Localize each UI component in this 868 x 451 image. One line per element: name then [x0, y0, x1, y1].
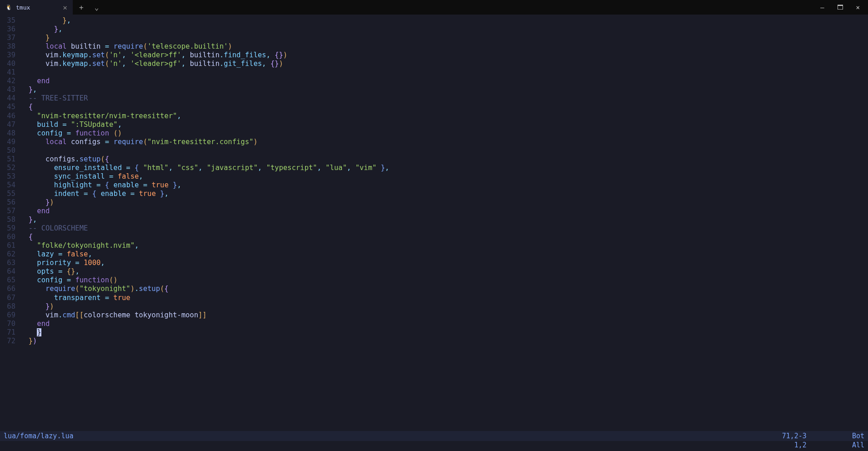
line-content: },: [20, 16, 868, 25]
line-number: 47: [0, 120, 20, 129]
code-line[interactable]: 45 {: [0, 103, 868, 111]
line-number: 52: [0, 164, 20, 172]
code-line[interactable]: 39 vim.keymap.set('n', '<leader>ff', bui…: [0, 51, 868, 60]
code-line[interactable]: 60 {: [0, 233, 868, 241]
line-number: 48: [0, 129, 20, 138]
line-content: require("tokyonight").setup({: [20, 285, 868, 293]
line-number: 63: [0, 259, 20, 267]
line-content: config = function(): [20, 276, 868, 285]
line-number: 44: [0, 94, 20, 103]
code-line[interactable]: 55 indent = { enable = true },: [0, 190, 868, 198]
code-line[interactable]: 36 },: [0, 25, 868, 34]
code-line[interactable]: 49 local configs = require("nvim-treesit…: [0, 138, 868, 146]
line-content: vim.cmd[[colorscheme tokyonight-moon]]: [20, 311, 868, 320]
code-line[interactable]: 52 ensure_installed = { "html", "css", "…: [0, 164, 868, 172]
code-line[interactable]: 66 require("tokyonight").setup({: [0, 285, 868, 293]
line-number: 50: [0, 146, 20, 155]
code-line[interactable]: 46 "nvim-treesitter/nvim-treesitter",: [0, 112, 868, 120]
code-line[interactable]: 42 end: [0, 77, 868, 85]
close-window-button[interactable]: ✕: [852, 2, 864, 13]
code-line[interactable]: 51 configs.setup({: [0, 155, 868, 164]
line-content: }: [20, 328, 868, 337]
code-line[interactable]: 68 }): [0, 302, 868, 311]
line-content: "folke/tokyonight.nvim",: [20, 241, 868, 250]
line-content: configs.setup({: [20, 155, 868, 164]
line-content: config = function (): [20, 129, 868, 138]
line-content: {: [20, 103, 868, 111]
line-content: [20, 146, 868, 155]
code-line[interactable]: 64 opts = {},: [0, 267, 868, 276]
line-number: 41: [0, 68, 20, 77]
line-content: build = ":TSUpdate",: [20, 120, 868, 129]
code-line[interactable]: 69 vim.cmd[[colorscheme tokyonight-moon]…: [0, 311, 868, 320]
code-line[interactable]: 56 }): [0, 198, 868, 207]
line-number: 42: [0, 77, 20, 85]
line-content: local configs = require("nvim-treesitter…: [20, 138, 868, 146]
line-content: {: [20, 233, 868, 241]
titlebar: 🐧 tmux ✕ + ⌄ — 🗖 ✕: [0, 0, 868, 15]
line-content: },: [20, 25, 868, 34]
code-line[interactable]: 41: [0, 68, 868, 77]
tab-tmux[interactable]: 🐧 tmux ✕: [0, 0, 73, 15]
line-number: 70: [0, 320, 20, 328]
code-line[interactable]: 70 end: [0, 320, 868, 328]
line-number: 66: [0, 285, 20, 293]
code-line[interactable]: 50: [0, 146, 868, 155]
line-content: transparent = true: [20, 294, 868, 302]
line-content: }): [20, 198, 868, 207]
code-line[interactable]: 61 "folke/tokyonight.nvim",: [0, 241, 868, 250]
line-number: 49: [0, 138, 20, 146]
tab-dropdown-icon[interactable]: ⌄: [92, 3, 102, 12]
line-number: 61: [0, 241, 20, 250]
line-content: },: [20, 215, 868, 224]
line-number: 36: [0, 25, 20, 34]
code-line[interactable]: 59 -- COLORSCHEME: [0, 224, 868, 233]
status-alt-position: 1,2: [794, 441, 807, 449]
line-content: -- COLORSCHEME: [20, 224, 868, 233]
status-scroll: Bot: [852, 432, 864, 440]
code-line[interactable]: 53 sync_install = false,: [0, 172, 868, 181]
code-line[interactable]: 54 highlight = { enable = true },: [0, 181, 868, 190]
code-line[interactable]: 47 build = ":TSUpdate",: [0, 120, 868, 129]
line-number: 59: [0, 224, 20, 233]
line-number: 37: [0, 34, 20, 42]
maximize-button[interactable]: 🗖: [833, 2, 848, 13]
code-line[interactable]: 57 end: [0, 207, 868, 215]
code-line[interactable]: 48 config = function (): [0, 129, 868, 138]
code-line[interactable]: 62 lazy = false,: [0, 250, 868, 259]
code-line[interactable]: 40 vim.keymap.set('n', '<leader>gf', bui…: [0, 60, 868, 68]
line-number: 71: [0, 328, 20, 337]
line-content: vim.keymap.set('n', '<leader>ff', builti…: [20, 51, 868, 60]
line-content: vim.keymap.set('n', '<leader>gf', builti…: [20, 60, 868, 68]
editor: 35 },36 },37 }38 local builtin = require…: [0, 15, 868, 451]
code-line[interactable]: 58 },: [0, 215, 868, 224]
line-number: 64: [0, 267, 20, 276]
line-number: 60: [0, 233, 20, 241]
code-line[interactable]: 44 -- TREE-SITTER: [0, 94, 868, 103]
line-number: 54: [0, 181, 20, 190]
line-number: 68: [0, 302, 20, 311]
code-line[interactable]: 43 },: [0, 85, 868, 94]
code-area[interactable]: 35 },36 },37 }38 local builtin = require…: [0, 15, 868, 431]
code-line[interactable]: 71 }: [0, 328, 868, 337]
status-alt-scroll: All: [852, 441, 864, 449]
status-position: 71,2-3: [782, 432, 807, 440]
code-line[interactable]: 63 priority = 1000,: [0, 259, 868, 267]
line-number: 45: [0, 103, 20, 111]
line-number: 62: [0, 250, 20, 259]
line-content: indent = { enable = true },: [20, 190, 868, 198]
new-tab-button[interactable]: +: [76, 3, 86, 12]
tab-close-icon[interactable]: ✕: [63, 3, 67, 12]
code-line[interactable]: 72 }): [0, 337, 868, 346]
line-content: lazy = false,: [20, 250, 868, 259]
window-controls: — 🗖 ✕: [816, 2, 868, 13]
code-line[interactable]: 35 },: [0, 16, 868, 25]
line-number: 39: [0, 51, 20, 60]
line-number: 72: [0, 337, 20, 346]
code-line[interactable]: 38 local builtin = require('telescope.bu…: [0, 42, 868, 51]
code-line[interactable]: 65 config = function(): [0, 276, 868, 285]
code-line[interactable]: 67 transparent = true: [0, 294, 868, 302]
line-number: 58: [0, 215, 20, 224]
code-line[interactable]: 37 }: [0, 34, 868, 42]
minimize-button[interactable]: —: [816, 2, 828, 13]
